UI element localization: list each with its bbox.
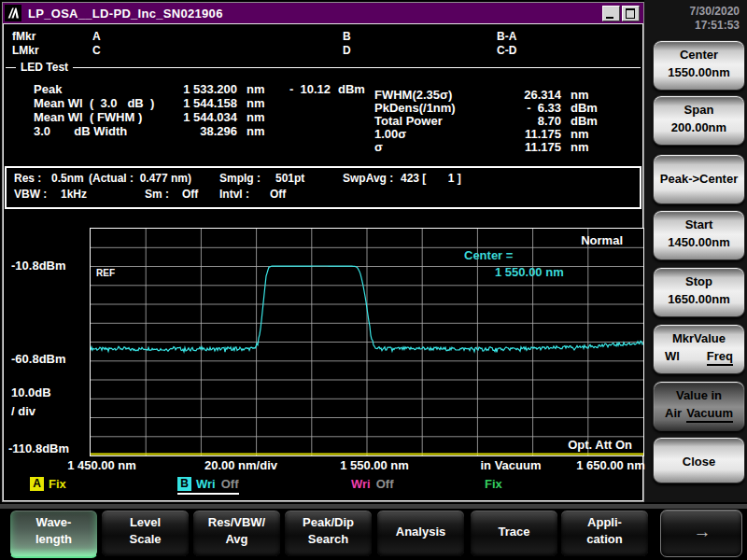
trace-a-selector[interactable]: A Fix: [30, 477, 66, 491]
smplg-label: Smplg :: [219, 172, 261, 185]
softkey-center-label: Center: [654, 48, 744, 62]
tab-application[interactable]: Appli- cation: [560, 510, 649, 557]
meas-name: 1.00σ: [374, 127, 406, 141]
center-callout-label: Center =: [464, 248, 513, 262]
softkey-span-label: Span: [654, 103, 744, 117]
meas-name: 3.0 dB Width: [34, 124, 127, 138]
center-callout-value: 1 550.00 nm: [495, 265, 564, 279]
minimize-icon: [606, 17, 613, 19]
meas-unit2: dBm: [338, 82, 365, 96]
spectrum-plot: REF Normal Center = 1 550.00 nm Opt. Att…: [90, 228, 644, 456]
trace-d-selector[interactable]: Fix: [485, 477, 502, 491]
vbw-label: VBW :: [14, 188, 47, 201]
tab-label: cation: [561, 532, 648, 546]
tab-label: Wave-: [10, 515, 97, 529]
softkey-panel: 7/30/2020 17:51:53 Center 1550.00nm Span…: [644, 0, 747, 560]
tab-trace[interactable]: Trace: [470, 510, 558, 557]
tab-analysis[interactable]: Analysis: [376, 510, 465, 557]
marker-b: B: [343, 30, 351, 43]
trace-b-off: Off: [221, 477, 239, 491]
softkey-span-value: 200.00nm: [654, 120, 744, 134]
trace-c-selector[interactable]: Wri Off: [351, 477, 394, 491]
marker-c-minus-d: C-D: [497, 44, 516, 57]
tab-label: Peak/Dip: [285, 515, 372, 529]
marker-d: D: [343, 44, 351, 57]
menu-bar-strip: [0, 504, 747, 509]
tab-label: Analysis: [377, 525, 464, 539]
softkey-start[interactable]: Start 1450.00nm: [653, 210, 745, 260]
softkey-close-label: Close: [654, 455, 744, 469]
meas-name: σ: [374, 140, 383, 154]
vbw-value: 1kHz: [61, 188, 87, 201]
softkey-value-in[interactable]: Value in Air Vacuum: [653, 381, 745, 431]
maximize-button[interactable]: [622, 6, 640, 21]
x-axis-div-label: 20.00 nm/div: [204, 458, 277, 472]
x-axis-medium-label: in Vacuum: [480, 458, 541, 472]
marker-b-minus-a: B-A: [497, 30, 516, 43]
trace-a-badge: A: [30, 477, 44, 491]
softkey-value-in-label: Value in: [654, 388, 744, 402]
osa-window: LP_OSA__LD-PD_Inc_SN021906 fMkr A B B-A …: [2, 2, 644, 502]
meas-value: 8.70: [452, 114, 561, 128]
y-axis-scale-label: 10.0dB: [11, 385, 51, 399]
softkey-stop-value: 1650.00nm: [654, 292, 744, 306]
y-axis-ref-label: -10.8dBm: [11, 259, 66, 273]
softkey-peak-to-center[interactable]: Peak->Center: [653, 154, 745, 204]
y-axis-mid-label: -60.8dBm: [11, 352, 66, 366]
date-display: 7/30/2020: [646, 5, 740, 19]
sm-value: Off: [182, 188, 198, 201]
value-in-option-vacuum[interactable]: Vacuum: [686, 406, 733, 423]
res-value: 0.5nm: [51, 172, 84, 185]
osa-screen: 7/30/2020 17:51:53 Center 1550.00nm Span…: [0, 0, 747, 560]
mkr-value-option-freq[interactable]: Freq: [707, 349, 733, 366]
softkey-mkr-value-label: MkrValue: [654, 331, 744, 345]
smplg-value: 501pt: [275, 172, 304, 185]
value-in-option-air[interactable]: Air: [665, 406, 682, 423]
mkr-value-option-wl[interactable]: Wl: [665, 349, 680, 366]
meas-value: 1 544.034: [125, 110, 237, 124]
spectrum-trace-svg: [91, 229, 643, 455]
meas-value: 26.314: [452, 88, 561, 102]
tab-level-scale[interactable]: Level Scale: [101, 510, 190, 557]
meas-unit: dBm: [571, 101, 598, 115]
sm-label: Sm :: [145, 188, 169, 201]
y-axis-bottom-label: -110.8dBm: [8, 441, 69, 455]
trace-b-badge: B: [177, 477, 191, 491]
trace-b-selector[interactable]: B Wri Off: [177, 477, 239, 495]
time-display: 17:51:53: [646, 19, 740, 33]
sweep-settings-box: Res : 0.5nm (Actual : 0.477 nm) Smplg : …: [5, 166, 641, 209]
tab-peak-dip-search[interactable]: Peak/Dip Search: [284, 510, 373, 557]
meas-value: 1 533.200: [125, 82, 237, 96]
intvl-value: Off: [270, 188, 286, 201]
minimize-button[interactable]: [602, 6, 620, 21]
sweep-mode-label: Normal: [581, 233, 623, 247]
y-axis-scale-label2: / div: [11, 404, 35, 418]
meas-value2: - 10.12: [254, 82, 331, 96]
intvl-label: Intvl :: [219, 188, 249, 201]
softkey-start-label: Start: [654, 217, 744, 231]
tab-label: Trace: [471, 525, 557, 539]
softkey-stop[interactable]: Stop 1650.00nm: [653, 267, 745, 317]
softkey-close[interactable]: Close: [653, 437, 745, 483]
meas-unit: nm: [247, 96, 265, 110]
res-actual: (Actual : 0.477 nm): [89, 172, 191, 185]
tab-more-arrow[interactable]: →: [660, 510, 742, 557]
softkey-center[interactable]: Center 1550.00nm: [653, 40, 745, 91]
meas-name: FWHM(2.35σ): [374, 88, 452, 102]
softkey-span[interactable]: Span 200.00nm: [653, 95, 745, 146]
swpavg-value: 423 [ 1 ]: [401, 172, 461, 185]
tab-label: Level: [102, 515, 189, 529]
tab-res-vbw-avg[interactable]: Res/VBW/ Avg: [192, 510, 281, 557]
softkey-mkr-value[interactable]: MkrValue Wl Freq: [653, 324, 745, 374]
res-label: Res :: [14, 172, 41, 185]
maximize-icon: [626, 8, 635, 19]
meas-name: PkDens(/1nm): [374, 101, 456, 115]
x-axis-stop-label: 1 650.00 nm: [576, 458, 645, 472]
tab-label: Search: [285, 532, 372, 546]
fmkr-label: fMkr: [12, 30, 35, 43]
function-menu-bar: Wave- length Level Scale Res/VBW/ Avg Pe…: [0, 502, 747, 560]
softkey-stop-label: Stop: [654, 274, 744, 288]
right-arrow-icon: →: [661, 522, 741, 542]
tab-wavelength[interactable]: Wave- length: [9, 510, 98, 558]
led-test-group-line: [6, 67, 641, 68]
